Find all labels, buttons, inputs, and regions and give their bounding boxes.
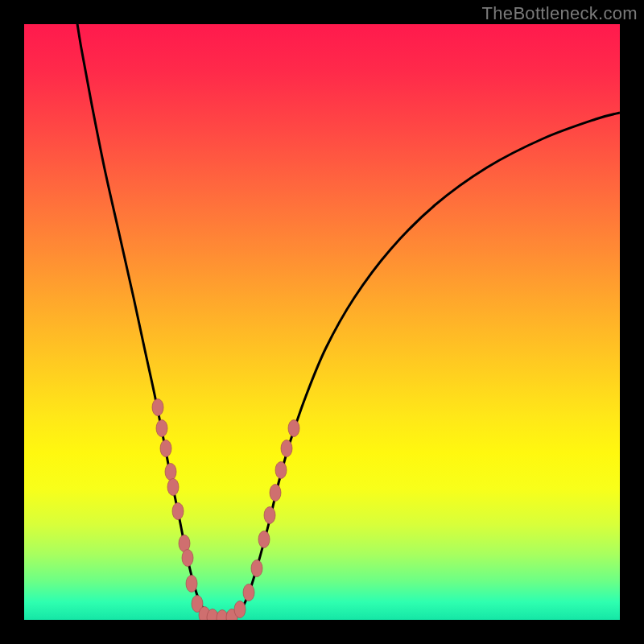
bead-marker bbox=[172, 503, 184, 520]
beads-group bbox=[152, 399, 299, 621]
bead-marker bbox=[281, 440, 292, 457]
curve-left bbox=[75, 24, 213, 617]
chart-svg bbox=[24, 24, 620, 620]
bead-marker bbox=[270, 485, 281, 502]
bead-marker bbox=[152, 399, 163, 416]
bead-marker bbox=[182, 550, 193, 567]
bead-marker bbox=[275, 462, 287, 479]
bead-marker bbox=[243, 584, 254, 601]
bead-marker bbox=[167, 479, 179, 496]
bead-marker bbox=[156, 420, 167, 437]
watermark-text: TheBottleneck.com bbox=[482, 3, 638, 24]
plot-frame bbox=[24, 24, 620, 620]
bead-marker bbox=[186, 576, 197, 592]
bead-marker bbox=[160, 440, 171, 457]
bead-marker bbox=[258, 531, 270, 548]
bead-marker bbox=[264, 507, 275, 524]
bead-marker bbox=[234, 601, 246, 618]
bead-marker bbox=[165, 464, 176, 481]
bead-marker bbox=[288, 420, 299, 437]
bead-marker bbox=[251, 560, 262, 577]
curve-right bbox=[235, 113, 620, 617]
